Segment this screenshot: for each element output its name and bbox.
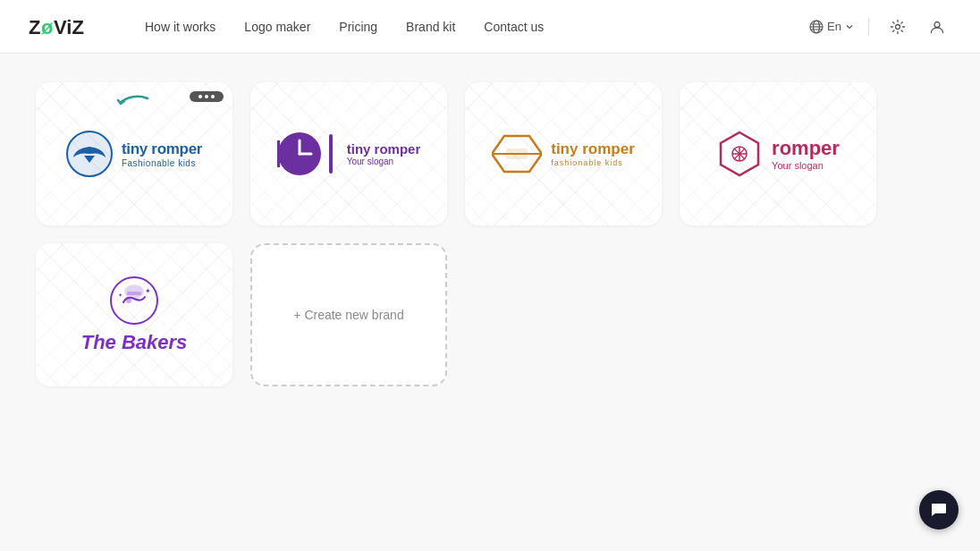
user-button[interactable] — [923, 13, 951, 41]
brand-card-2[interactable]: tiny romper Your slogan — [250, 82, 447, 225]
create-new-brand-card[interactable]: + Create new brand — [250, 243, 447, 386]
brands-row-1: tiny romper Fashionable kids — [36, 82, 944, 225]
svg-point-8 — [896, 24, 900, 29]
baker-icon: ✦ ✦ — [106, 276, 163, 326]
svg-text:✦: ✦ — [145, 287, 151, 295]
card2-text: tiny romper Your slogan — [347, 141, 421, 166]
lang-label: En — [827, 20, 841, 33]
card1-brand-name: tiny romper — [122, 140, 202, 158]
brands-row-2: ✦ ✦ The Bakers + Create new brand — [36, 243, 944, 386]
citrus-icon — [716, 131, 763, 177]
chat-icon — [930, 501, 948, 519]
svg-point-9 — [934, 21, 940, 27]
options-pill[interactable] — [190, 91, 224, 102]
card3-text: tiny romper fashionable kids — [551, 140, 635, 167]
logo[interactable]: Z ø ViZ — [29, 14, 109, 39]
card4-logo: romper Your slogan — [716, 131, 840, 177]
user-icon — [929, 19, 945, 35]
create-new-label: + Create new brand — [293, 308, 403, 322]
nav-pricing[interactable]: Pricing — [339, 20, 377, 34]
card3-brand-name: tiny romper — [551, 140, 635, 158]
card4-inner: romper Your slogan — [680, 82, 876, 225]
card3-logo: tiny romper fashionable kids — [492, 132, 635, 175]
nav-brand-kit[interactable]: Brand kit — [406, 20, 455, 34]
card5-logo: ✦ ✦ The Bakers — [81, 276, 188, 354]
main-content: tiny romper Fashionable kids — [0, 54, 980, 551]
svg-point-27 — [126, 298, 131, 303]
brand-card-5[interactable]: ✦ ✦ The Bakers — [36, 243, 232, 386]
card1-slogan: Fashionable kids — [122, 158, 202, 168]
card4-slogan: Your slogan — [772, 160, 840, 171]
card3-slogan: fashionable kids — [551, 158, 635, 167]
main-nav: How it works Logo maker Pricing Brand ki… — [145, 20, 809, 34]
brand-card-4[interactable]: romper Your slogan — [680, 82, 876, 225]
card2-inner: tiny romper Your slogan — [250, 82, 447, 225]
hexagon-icon — [492, 132, 542, 175]
svg-rect-17 — [506, 148, 528, 159]
svg-text:ø: ø — [41, 16, 54, 38]
wing-icon — [66, 131, 113, 177]
header-right: En — [809, 13, 951, 41]
nav-how-it-works[interactable]: How it works — [145, 20, 215, 34]
card5-inner: ✦ ✦ The Bakers — [36, 243, 232, 386]
logo-svg: Z ø ViZ — [29, 14, 109, 39]
redo-arrow — [107, 91, 161, 118]
card2-brand-name: tiny romper — [347, 141, 421, 157]
svg-text:Z: Z — [29, 16, 40, 38]
chevron-down-icon — [845, 22, 854, 31]
card4-text: romper Your slogan — [772, 137, 840, 171]
globe-icon — [809, 20, 824, 34]
card4-brand-name: romper — [772, 137, 840, 160]
header-divider — [868, 18, 869, 36]
clock-icon — [277, 131, 322, 176]
nav-logo-maker[interactable]: Logo maker — [244, 20, 310, 34]
header: Z ø ViZ How it works Logo maker Pricing … — [0, 0, 980, 54]
language-selector[interactable]: En — [809, 20, 854, 34]
card1-logo: tiny romper Fashionable kids — [66, 131, 202, 177]
settings-button[interactable] — [883, 13, 912, 41]
card2-slogan: Your slogan — [347, 157, 421, 166]
card2-bar — [329, 134, 333, 174]
card2-logo: tiny romper Your slogan — [277, 131, 421, 176]
svg-point-24 — [111, 277, 157, 324]
card3-inner: tiny romper fashionable kids — [465, 82, 662, 225]
card5-brand-name: The Bakers — [81, 331, 188, 354]
svg-text:✦: ✦ — [118, 292, 122, 298]
gear-icon — [890, 19, 906, 35]
chat-button[interactable] — [919, 490, 959, 530]
brand-card-3[interactable]: tiny romper fashionable kids — [465, 82, 662, 225]
brand-card-1[interactable]: tiny romper Fashionable kids — [36, 82, 232, 225]
svg-text:ViZ: ViZ — [54, 16, 84, 38]
card1-text: tiny romper Fashionable kids — [122, 140, 202, 168]
nav-contact-us[interactable]: Contact us — [484, 20, 544, 34]
svg-rect-26 — [127, 292, 141, 295]
